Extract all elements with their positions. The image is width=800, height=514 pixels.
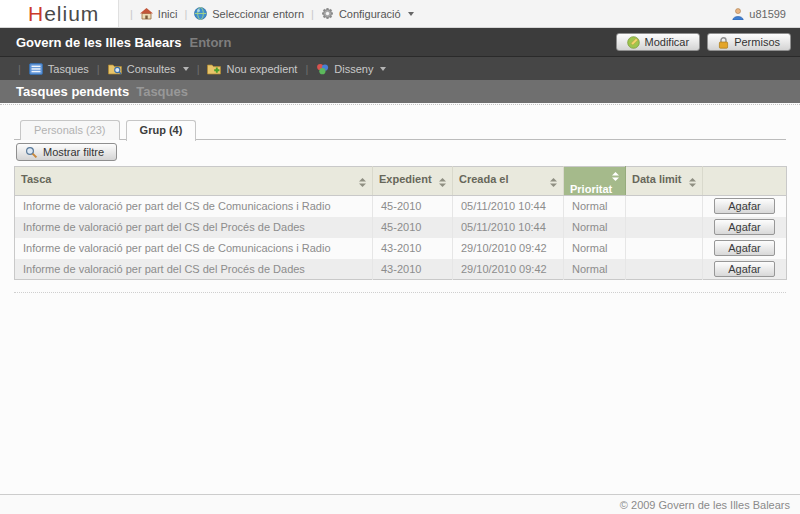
globe-icon xyxy=(194,7,207,20)
table-row: Informe de valoració per part del CS de … xyxy=(15,238,787,259)
sort-icon xyxy=(689,177,696,189)
nav-item-seleccionar-entorn[interactable]: Seleccionar entorn xyxy=(194,7,304,20)
entorn-subtitle: Entorn xyxy=(189,35,231,50)
nav-item-label: Inici xyxy=(158,8,178,20)
cell-tasca: Informe de valoració per part del CS del… xyxy=(15,217,373,238)
cell-data-limit xyxy=(626,238,703,259)
show-filter-label: Mostrar filtre xyxy=(43,146,104,158)
magnifier-icon xyxy=(25,146,38,159)
cell-action: Agafar xyxy=(703,196,787,217)
sort-icon xyxy=(439,177,446,189)
divider: | xyxy=(304,8,321,20)
page-footer: © 2009 Govern de les Illes Balears xyxy=(0,494,800,514)
cell-data-limit xyxy=(626,217,703,238)
cell-prioritat: Normal xyxy=(564,217,626,238)
top-bar: Helium | Inici | Seleccionar entorn | Co… xyxy=(0,0,800,28)
gear-icon xyxy=(321,7,334,20)
cell-action: Agafar xyxy=(703,238,787,259)
take-task-button[interactable]: Agafar xyxy=(714,198,774,214)
tabs-row: Personals (23) Grup (4) xyxy=(14,120,786,140)
home-icon xyxy=(140,8,153,20)
cell-tasca: Informe de valoració per part del CS de … xyxy=(15,196,373,217)
cell-expedient: 45-2010 xyxy=(373,196,453,217)
column-header-prioritat[interactable]: Prioritat xyxy=(564,167,626,196)
tab-grup[interactable]: Grup (4) xyxy=(126,120,197,141)
cell-creada-el: 29/10/2010 09:42 xyxy=(453,238,564,259)
dashed-separator xyxy=(14,292,786,293)
toolbar-item-disseny[interactable]: Disseny xyxy=(316,63,386,75)
page-title-bar: Tasques pendents Tasques xyxy=(0,80,800,103)
entorn-bar: Govern de les Illes Balears Entorn Modif… xyxy=(0,28,800,57)
folder-add-icon xyxy=(207,63,221,75)
design-icon xyxy=(316,63,329,75)
column-header-creada-el[interactable]: Creada el xyxy=(453,167,564,196)
copyright-text: © 2009 Govern de les Illes Balears xyxy=(620,499,790,511)
cell-data-limit xyxy=(626,259,703,280)
cell-creada-el: 05/11/2010 10:44 xyxy=(453,196,564,217)
logo-text: Helium xyxy=(28,2,99,26)
cell-expedient: 45-2010 xyxy=(373,217,453,238)
nav-item-inici[interactable]: Inici xyxy=(140,8,178,20)
take-task-button[interactable]: Agafar xyxy=(714,240,774,256)
helium-logo[interactable]: Helium xyxy=(0,0,118,27)
lock-icon xyxy=(718,36,729,49)
toolbar-item-consultes[interactable]: Consultes xyxy=(108,63,189,75)
entorn-buttons: Modificar Permisos xyxy=(616,33,791,51)
permissions-button-label: Permisos xyxy=(734,36,780,48)
page-title: Tasques pendents xyxy=(16,84,129,99)
chevron-down-icon xyxy=(380,67,386,71)
cell-tasca: Informe de valoració per part del CS de … xyxy=(15,238,373,259)
toolbar-item-tasques[interactable]: Tasques xyxy=(29,63,89,75)
modify-button-label: Modificar xyxy=(645,36,690,48)
table-header-row: Tasca Expedient Creada el Prioritat Data… xyxy=(15,167,787,196)
take-task-button[interactable]: Agafar xyxy=(714,219,774,235)
cell-prioritat: Normal xyxy=(564,259,626,280)
divider: | xyxy=(297,63,316,75)
cell-creada-el: 29/10/2010 09:42 xyxy=(453,259,564,280)
page-subtitle: Tasques xyxy=(136,84,188,99)
divider: | xyxy=(177,8,194,20)
show-filter-button[interactable]: Mostrar filtre xyxy=(16,143,117,161)
user-box: u81599 xyxy=(732,8,800,20)
cell-prioritat: Normal xyxy=(564,238,626,259)
divider: | xyxy=(89,63,108,75)
cell-expedient: 43-2010 xyxy=(373,259,453,280)
pending-tasks-table: Tasca Expedient Creada el Prioritat Data… xyxy=(14,166,787,280)
tasks-icon xyxy=(29,63,43,75)
take-task-button[interactable]: Agafar xyxy=(714,261,774,277)
entorn-title: Govern de les Illes Balears xyxy=(16,35,181,50)
nav-item-label: Configuració xyxy=(339,8,401,20)
toolbar-item-label: Consultes xyxy=(127,63,176,75)
table-row: Informe de valoració per part del CS del… xyxy=(15,259,787,280)
cell-expedient: 43-2010 xyxy=(373,238,453,259)
column-header-tasca[interactable]: Tasca xyxy=(15,167,373,196)
sort-icon xyxy=(359,177,366,189)
nav-item-configuracio[interactable]: Configuració xyxy=(321,7,414,20)
toolbar-item-label: Nou expedient xyxy=(226,63,297,75)
cell-action: Agafar xyxy=(703,259,787,280)
sort-icon xyxy=(550,177,557,189)
folder-search-icon xyxy=(108,63,122,75)
permissions-button[interactable]: Permisos xyxy=(707,33,791,51)
column-header-actions xyxy=(703,167,787,196)
divider: | xyxy=(123,8,140,20)
username-label: u81599 xyxy=(749,8,786,20)
table-row: Informe de valoració per part del CS de … xyxy=(15,196,787,217)
content-area: Personals (23) Grup (4) Mostrar filtre T… xyxy=(0,105,800,293)
column-header-data-limit[interactable]: Data limit xyxy=(626,167,703,196)
nav-item-label: Seleccionar entorn xyxy=(212,8,304,20)
cell-prioritat: Normal xyxy=(564,196,626,217)
sort-icon xyxy=(612,171,619,183)
user-icon xyxy=(732,8,744,20)
divider: | xyxy=(10,63,29,75)
modify-button[interactable]: Modificar xyxy=(616,33,701,51)
cell-tasca: Informe de valoració per part del CS del… xyxy=(15,259,373,280)
toolbar-item-label: Tasques xyxy=(48,63,89,75)
tab-personals[interactable]: Personals (23) xyxy=(20,120,120,140)
edit-icon xyxy=(627,36,640,49)
main-toolbar: | Tasques | Consultes | Nou expedient | … xyxy=(0,57,800,80)
divider: | xyxy=(189,63,208,75)
cell-creada-el: 05/11/2010 10:44 xyxy=(453,217,564,238)
column-header-expedient[interactable]: Expedient xyxy=(373,167,453,196)
toolbar-item-nou-expedient[interactable]: Nou expedient xyxy=(207,63,297,75)
